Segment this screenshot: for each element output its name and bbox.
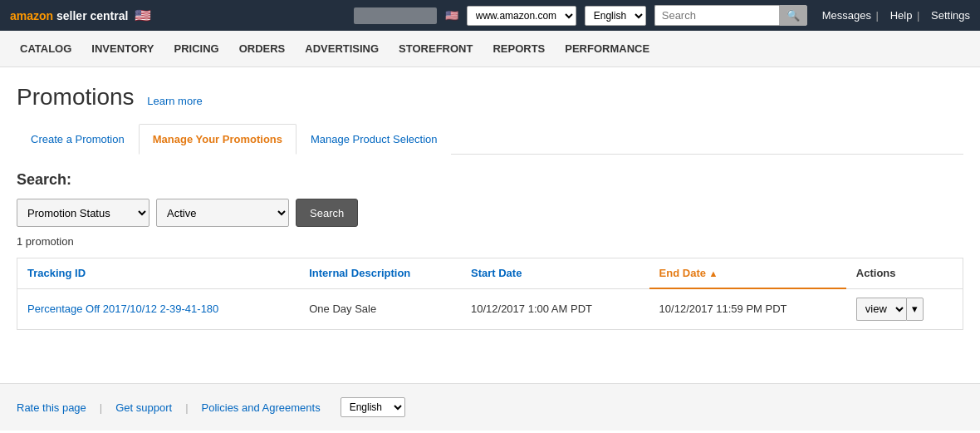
cell-start-date: 10/12/2017 1:00 AM PDT bbox=[461, 288, 649, 329]
tab-manage-promotions[interactable]: Manage Your Promotions bbox=[139, 124, 296, 155]
col-end-date[interactable]: End Date ▲ bbox=[649, 258, 846, 289]
header-search-input[interactable] bbox=[654, 5, 779, 26]
nav-item-performance[interactable]: PERFORMANCE bbox=[555, 31, 659, 66]
nav-item-advertising[interactable]: ADVERTISING bbox=[295, 31, 389, 66]
tabs: Create a Promotion Manage Your Promotion… bbox=[17, 124, 963, 155]
sort-arrow-icon: ▲ bbox=[709, 268, 718, 278]
footer-divider-2: | bbox=[185, 401, 188, 414]
header-search-area: 🔍 bbox=[654, 5, 807, 26]
nav-item-reports[interactable]: REPORTS bbox=[483, 31, 555, 66]
action-select[interactable]: view bbox=[856, 298, 906, 321]
nav-item-storefront[interactable]: STOREFRONT bbox=[389, 31, 483, 66]
policies-link[interactable]: Policies and Agreements bbox=[202, 401, 321, 414]
header-search-button[interactable]: 🔍 bbox=[779, 5, 807, 26]
cell-description: One Day Sale bbox=[299, 288, 461, 329]
footer: Rate this page | Get support | Policies … bbox=[0, 383, 980, 431]
search-section: Search: Promotion Status Tracking ID Act… bbox=[17, 171, 963, 248]
col-tracking-id[interactable]: Tracking ID bbox=[17, 258, 300, 289]
promotion-status-filter[interactable]: Promotion Status Tracking ID bbox=[17, 199, 149, 227]
flag-icon: 🇺🇸 bbox=[135, 7, 151, 23]
logo-text: amazon seller central bbox=[10, 9, 128, 22]
col-actions: Actions bbox=[846, 258, 963, 289]
action-select-wrapper: view ▾ bbox=[856, 298, 953, 321]
tracking-id-link[interactable]: Percentage Off 2017/10/12 2-39-41-180 bbox=[27, 303, 289, 315]
col-start-date[interactable]: Start Date bbox=[461, 258, 649, 289]
tab-create-promotion[interactable]: Create a Promotion bbox=[17, 124, 139, 155]
table-header-row: Tracking ID Internal Description Start D… bbox=[17, 258, 963, 289]
help-link[interactable]: Help bbox=[890, 9, 913, 22]
result-count: 1 promotion bbox=[17, 235, 963, 248]
search-section-label: Search: bbox=[17, 171, 963, 189]
page-title: Promotions bbox=[17, 84, 135, 111]
top-header: amazon seller central 🇺🇸 🇺🇸 www.amazon.c… bbox=[0, 0, 980, 31]
account-placeholder bbox=[354, 7, 437, 24]
page-title-area: Promotions Learn more bbox=[17, 84, 963, 111]
col-description[interactable]: Internal Description bbox=[299, 258, 461, 289]
search-controls: Promotion Status Tracking ID Active Inac… bbox=[17, 199, 963, 227]
cell-tracking-id: Percentage Off 2017/10/12 2-39-41-180 bbox=[17, 288, 300, 329]
get-support-link[interactable]: Get support bbox=[115, 401, 172, 414]
nav-item-inventory[interactable]: INVENTORY bbox=[81, 31, 164, 66]
settings-link[interactable]: Settings bbox=[931, 9, 970, 22]
nav-item-catalog[interactable]: CATALOG bbox=[10, 31, 81, 66]
main-content: Promotions Learn more Create a Promotion… bbox=[0, 67, 980, 383]
footer-divider-1: | bbox=[100, 401, 102, 414]
status-value-filter[interactable]: Active Inactive Draft bbox=[156, 199, 289, 227]
footer-lang-select[interactable]: English Spanish bbox=[341, 397, 405, 417]
results-table: Tracking ID Internal Description Start D… bbox=[17, 258, 963, 330]
header-links: Messages | Help | Settings bbox=[816, 9, 970, 22]
logo: amazon seller central 🇺🇸 bbox=[10, 7, 151, 23]
cell-end-date: 10/12/2017 11:59 PM PDT bbox=[649, 288, 846, 329]
tab-manage-product[interactable]: Manage Product Selection bbox=[296, 124, 451, 155]
messages-link[interactable]: Messages bbox=[822, 9, 871, 22]
learn-more-link[interactable]: Learn more bbox=[147, 95, 202, 107]
domain-select[interactable]: www.amazon.com bbox=[467, 6, 576, 26]
nav-item-pricing[interactable]: PRICING bbox=[164, 31, 228, 66]
action-arrow-button[interactable]: ▾ bbox=[906, 298, 924, 321]
nav-bar: CATALOG INVENTORY PRICING ORDERS ADVERTI… bbox=[0, 31, 980, 67]
flag-us-icon: 🇺🇸 bbox=[445, 9, 458, 22]
cell-actions: view ▾ bbox=[846, 288, 963, 329]
search-button[interactable]: Search bbox=[296, 199, 358, 227]
header-lang-select[interactable]: English bbox=[585, 6, 646, 26]
rate-page-link[interactable]: Rate this page bbox=[17, 401, 86, 414]
nav-item-orders[interactable]: ORDERS bbox=[229, 31, 296, 66]
table-row: Percentage Off 2017/10/12 2-39-41-180 On… bbox=[17, 288, 963, 329]
